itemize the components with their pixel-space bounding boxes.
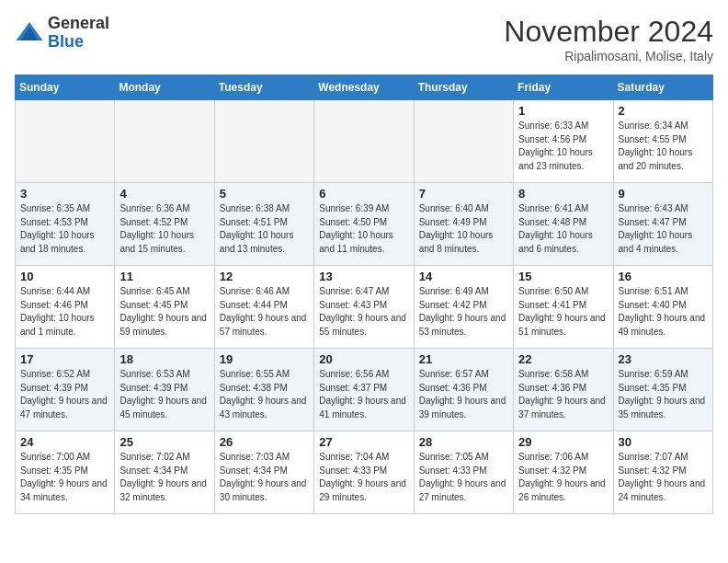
col-header-tuesday: Tuesday: [214, 75, 313, 100]
day-info: Sunrise: 6:59 AM Sunset: 4:35 PM Dayligh…: [619, 368, 708, 421]
day-number: 8: [518, 187, 608, 201]
day-number: 30: [619, 435, 708, 449]
calendar-cell: 20Sunrise: 6:56 AM Sunset: 4:37 PM Dayli…: [314, 349, 414, 431]
col-header-monday: Monday: [115, 75, 214, 100]
calendar-week-5: 24Sunrise: 7:00 AM Sunset: 4:35 PM Dayli…: [16, 431, 713, 514]
day-number: 28: [419, 435, 508, 449]
col-header-thursday: Thursday: [414, 75, 513, 100]
day-number: 23: [619, 352, 708, 366]
day-info: Sunrise: 7:04 AM Sunset: 4:33 PM Dayligh…: [319, 451, 408, 504]
calendar-table: SundayMondayTuesdayWednesdayThursdayFrid…: [15, 75, 713, 514]
col-header-saturday: Saturday: [613, 75, 712, 100]
day-info: Sunrise: 6:38 AM Sunset: 4:51 PM Dayligh…: [220, 202, 309, 256]
day-number: 16: [619, 270, 708, 283]
calendar-cell: 13Sunrise: 6:47 AM Sunset: 4:43 PM Dayli…: [314, 266, 414, 349]
calendar-cell: 16Sunrise: 6:51 AM Sunset: 4:40 PM Dayli…: [613, 266, 712, 349]
day-info: Sunrise: 6:40 AM Sunset: 4:49 PM Dayligh…: [419, 202, 508, 256]
calendar-cell: 7Sunrise: 6:40 AM Sunset: 4:49 PM Daylig…: [414, 183, 513, 266]
calendar-week-2: 3Sunrise: 6:35 AM Sunset: 4:53 PM Daylig…: [16, 183, 713, 266]
calendar-cell: 21Sunrise: 6:57 AM Sunset: 4:36 PM Dayli…: [414, 349, 513, 431]
calendar-cell: 30Sunrise: 7:07 AM Sunset: 4:32 PM Dayli…: [613, 431, 712, 514]
day-info: Sunrise: 6:50 AM Sunset: 4:41 PM Dayligh…: [518, 285, 608, 339]
day-number: 12: [220, 270, 309, 283]
page-header: General Blue November 2024 Ripalimosani,…: [15, 15, 713, 63]
calendar-cell: [314, 100, 414, 183]
calendar-cell: 10Sunrise: 6:44 AM Sunset: 4:46 PM Dayli…: [16, 266, 115, 349]
day-info: Sunrise: 7:06 AM Sunset: 4:32 PM Dayligh…: [518, 451, 608, 504]
day-number: 17: [20, 352, 109, 366]
day-number: 25: [119, 435, 209, 449]
day-number: 27: [319, 435, 408, 449]
day-info: Sunrise: 7:05 AM Sunset: 4:33 PM Dayligh…: [419, 451, 508, 504]
logo: General Blue: [15, 15, 109, 52]
calendar-cell: 8Sunrise: 6:41 AM Sunset: 4:48 PM Daylig…: [514, 183, 613, 266]
logo-blue: Blue: [48, 32, 84, 51]
day-info: Sunrise: 6:58 AM Sunset: 4:36 PM Dayligh…: [518, 368, 608, 421]
calendar-cell: [414, 100, 513, 183]
calendar-cell: [16, 100, 115, 183]
day-info: Sunrise: 7:02 AM Sunset: 4:34 PM Dayligh…: [119, 451, 209, 504]
calendar-header-row: SundayMondayTuesdayWednesdayThursdayFrid…: [16, 75, 713, 100]
col-header-sunday: Sunday: [16, 75, 115, 100]
day-info: Sunrise: 6:52 AM Sunset: 4:39 PM Dayligh…: [20, 368, 109, 421]
day-number: 5: [220, 187, 309, 201]
calendar-cell: 17Sunrise: 6:52 AM Sunset: 4:39 PM Dayli…: [16, 349, 115, 431]
col-header-wednesday: Wednesday: [314, 75, 414, 100]
day-number: 3: [20, 187, 109, 201]
calendar-cell: 1Sunrise: 6:33 AM Sunset: 4:56 PM Daylig…: [514, 100, 613, 183]
logo-general: General: [48, 14, 109, 32]
day-info: Sunrise: 7:07 AM Sunset: 4:32 PM Dayligh…: [619, 451, 708, 504]
day-info: Sunrise: 6:39 AM Sunset: 4:50 PM Dayligh…: [319, 202, 408, 256]
day-number: 24: [20, 435, 109, 449]
day-info: Sunrise: 6:36 AM Sunset: 4:52 PM Dayligh…: [119, 202, 209, 256]
day-info: Sunrise: 6:47 AM Sunset: 4:43 PM Dayligh…: [319, 285, 408, 339]
calendar-week-1: 1Sunrise: 6:33 AM Sunset: 4:56 PM Daylig…: [16, 100, 713, 183]
calendar-cell: 22Sunrise: 6:58 AM Sunset: 4:36 PM Dayli…: [514, 349, 613, 431]
calendar-cell: 27Sunrise: 7:04 AM Sunset: 4:33 PM Dayli…: [314, 431, 414, 514]
day-number: 6: [319, 187, 408, 201]
calendar-cell: 9Sunrise: 6:43 AM Sunset: 4:47 PM Daylig…: [613, 183, 712, 266]
calendar-cell: 24Sunrise: 7:00 AM Sunset: 4:35 PM Dayli…: [16, 431, 115, 514]
calendar-cell: 4Sunrise: 6:36 AM Sunset: 4:52 PM Daylig…: [115, 183, 214, 266]
month-title: November 2024: [504, 15, 713, 49]
calendar-cell: 25Sunrise: 7:02 AM Sunset: 4:34 PM Dayli…: [115, 431, 214, 514]
calendar-week-4: 17Sunrise: 6:52 AM Sunset: 4:39 PM Dayli…: [16, 349, 713, 431]
calendar-cell: 23Sunrise: 6:59 AM Sunset: 4:35 PM Dayli…: [613, 349, 712, 431]
day-info: Sunrise: 6:41 AM Sunset: 4:48 PM Dayligh…: [518, 202, 608, 256]
day-number: 1: [518, 104, 608, 118]
day-number: 4: [119, 187, 209, 201]
calendar-cell: 6Sunrise: 6:39 AM Sunset: 4:50 PM Daylig…: [314, 183, 414, 266]
day-info: Sunrise: 6:53 AM Sunset: 4:39 PM Dayligh…: [119, 368, 209, 421]
day-number: 7: [419, 187, 508, 201]
day-number: 29: [518, 435, 608, 449]
col-header-friday: Friday: [514, 75, 613, 100]
day-info: Sunrise: 6:55 AM Sunset: 4:38 PM Dayligh…: [220, 368, 309, 421]
calendar-cell: 14Sunrise: 6:49 AM Sunset: 4:42 PM Dayli…: [414, 266, 513, 349]
day-number: 19: [220, 352, 309, 366]
day-info: Sunrise: 6:45 AM Sunset: 4:45 PM Dayligh…: [119, 285, 209, 339]
day-number: 9: [619, 187, 708, 201]
day-number: 21: [419, 352, 508, 366]
calendar-cell: 18Sunrise: 6:53 AM Sunset: 4:39 PM Dayli…: [115, 349, 214, 431]
day-number: 20: [319, 352, 408, 366]
day-number: 22: [518, 352, 608, 366]
day-info: Sunrise: 6:33 AM Sunset: 4:56 PM Dayligh…: [518, 120, 608, 173]
day-info: Sunrise: 6:34 AM Sunset: 4:55 PM Dayligh…: [619, 120, 708, 173]
calendar-cell: 11Sunrise: 6:45 AM Sunset: 4:45 PM Dayli…: [115, 266, 214, 349]
day-info: Sunrise: 6:44 AM Sunset: 4:46 PM Dayligh…: [20, 285, 109, 339]
day-info: Sunrise: 6:35 AM Sunset: 4:53 PM Dayligh…: [20, 202, 109, 256]
day-number: 2: [619, 104, 708, 118]
day-number: 11: [119, 270, 209, 283]
day-number: 10: [20, 270, 109, 283]
calendar-cell: 19Sunrise: 6:55 AM Sunset: 4:38 PM Dayli…: [214, 349, 313, 431]
day-number: 15: [518, 270, 608, 283]
calendar-cell: 3Sunrise: 6:35 AM Sunset: 4:53 PM Daylig…: [16, 183, 115, 266]
calendar-cell: 28Sunrise: 7:05 AM Sunset: 4:33 PM Dayli…: [414, 431, 513, 514]
calendar-cell: 15Sunrise: 6:50 AM Sunset: 4:41 PM Dayli…: [514, 266, 613, 349]
day-number: 14: [419, 270, 508, 283]
day-info: Sunrise: 6:56 AM Sunset: 4:37 PM Dayligh…: [319, 368, 408, 421]
day-info: Sunrise: 7:00 AM Sunset: 4:35 PM Dayligh…: [20, 451, 109, 504]
calendar-cell: [115, 100, 214, 183]
calendar-cell: 29Sunrise: 7:06 AM Sunset: 4:32 PM Dayli…: [514, 431, 613, 514]
day-info: Sunrise: 6:57 AM Sunset: 4:36 PM Dayligh…: [419, 368, 508, 421]
